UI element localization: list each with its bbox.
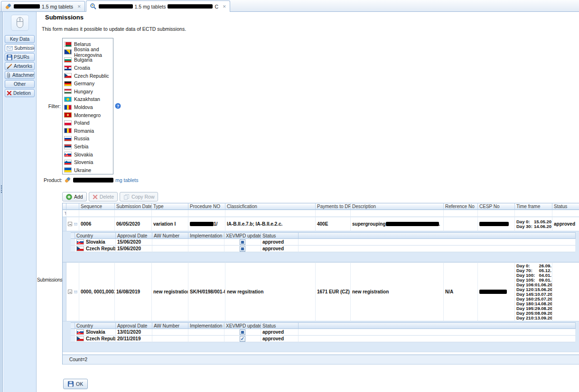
cell-implementation-date[interactable] [188, 336, 224, 342]
xevmpd-checkbox[interactable] [240, 329, 245, 335]
country-filter-listbox[interactable]: Belarus Bosnia and Hercegovina Bulgaria … [62, 38, 113, 174]
sub-column-implementation-date[interactable]: Implementation Dat [188, 322, 224, 329]
sidebar-item-attachments[interactable]: Attachments [5, 71, 35, 79]
column-header-time-frame[interactable]: Time frame [515, 203, 552, 210]
panel-splitter[interactable] [0, 12, 3, 392]
cell-xevmpd[interactable] [224, 329, 261, 336]
filter-cell[interactable] [79, 210, 115, 217]
xevmpd-checkbox[interactable] [240, 239, 245, 245]
sub-column-country[interactable]: Country [75, 232, 116, 239]
cell-xevmpd[interactable] [224, 239, 261, 246]
cell-sequence[interactable]: 0000, 0001,0002, [79, 262, 115, 321]
sidebar-item-submissions[interactable]: Submissions [5, 44, 35, 52]
cell-status[interactable]: approved [552, 217, 579, 231]
help-button[interactable]: ? [115, 103, 121, 109]
filter-cell[interactable] [552, 210, 579, 217]
copy-row-button[interactable]: Copy Row [120, 192, 158, 201]
filter-cell[interactable] [478, 210, 515, 217]
column-header-classification[interactable]: Classicfication [225, 203, 316, 210]
country-item-slovenia[interactable]: Slovenia [64, 158, 112, 166]
sidebar-item-deletion[interactable]: Deletion [5, 89, 35, 97]
cell-status[interactable]: approved [261, 336, 299, 342]
cell-xevmpd[interactable] [224, 246, 261, 252]
filter-cell[interactable] [152, 210, 188, 217]
delete-button[interactable]: Delete [89, 192, 118, 201]
cell-payments[interactable]: 400E [316, 217, 351, 231]
cell-implementation-date[interactable] [188, 329, 224, 336]
cell-country[interactable]: Czech Republic [75, 246, 116, 252]
column-header-description[interactable]: Description [351, 203, 444, 210]
cell-classification[interactable]: IA-B.II.e.7.b; IA-B.II.e.2.c. [225, 217, 316, 231]
close-icon[interactable] [223, 4, 226, 9]
cell-status[interactable]: approved [261, 239, 299, 246]
cell-country[interactable]: Slovakia [75, 329, 116, 336]
collapse-button[interactable] [68, 222, 72, 226]
country-item-russia[interactable]: Russia [64, 135, 112, 143]
column-header-sequence[interactable]: Sequence [79, 203, 115, 210]
column-header-type[interactable]: Type [152, 203, 188, 210]
cell-classification[interactable]: new regsitration [225, 262, 316, 321]
sub-column-implementation-date[interactable]: Implementation Dat [188, 232, 224, 239]
column-header-status[interactable]: Status [552, 203, 579, 210]
sub-column-status[interactable]: Status [261, 232, 299, 239]
country-item-czech-republic[interactable]: Czech Republic [64, 72, 112, 80]
filter-cell[interactable] [444, 210, 478, 217]
sidebar-item-artworks[interactable]: Artworks [5, 62, 35, 70]
cell-status[interactable]: approved [261, 329, 299, 336]
column-header-payments[interactable]: Payments to DRA [€ [316, 203, 351, 210]
column-header-cesp-no[interactable]: CESP No [478, 203, 515, 210]
country-item-kazakhstan[interactable]: Kazakhstan [64, 95, 112, 103]
cell-procedure-no[interactable]: 1/ [188, 217, 225, 231]
country-item-serbia[interactable]: Serbia [64, 143, 112, 151]
mouse-icon-button[interactable] [11, 15, 29, 31]
column-header-submission-date[interactable]: Submission Date [115, 203, 152, 210]
country-item-romania[interactable]: Romania [64, 127, 112, 135]
cell-country[interactable]: Slovakia [75, 239, 116, 246]
tab-product-2[interactable]: 1.5 mg tablets C [86, 0, 230, 12]
sidebar-item-key-data[interactable]: Key Data [5, 35, 35, 43]
country-item-bosnia[interactable]: Bosnia and Hercegovina [64, 48, 112, 56]
sub-column-approval-date[interactable]: Approval Date [116, 232, 152, 239]
sub-column-xevmpd[interactable]: XEVMPD updated? [224, 322, 261, 329]
xevmpd-checkbox[interactable] [240, 246, 245, 252]
sub-column-aw-number[interactable]: AW Number [152, 322, 188, 329]
country-item-montenegro[interactable]: Montenegro [64, 111, 112, 119]
cell-time-frame[interactable]: Day 0:15.05.20 Day 30:14.06.20 [515, 217, 552, 231]
collapse-button[interactable] [68, 290, 72, 294]
filter-cell[interactable] [351, 210, 444, 217]
add-button[interactable]: Add [62, 192, 87, 201]
cell-aw-number[interactable] [152, 246, 188, 252]
cell-approval-date[interactable]: 15/06/2020 [116, 246, 152, 252]
cell-country[interactable]: Czech Republic [75, 336, 116, 342]
cell-description[interactable]: supergrouping . [351, 217, 444, 231]
cell-type[interactable]: new registration [152, 262, 188, 321]
ok-button[interactable]: OK [63, 379, 88, 389]
cell-status[interactable] [552, 262, 579, 321]
cell-status[interactable]: approved [261, 246, 299, 252]
cell-payments[interactable]: 1671 EUR (CZ) + : [316, 262, 351, 321]
cell-aw-number[interactable] [152, 336, 188, 342]
country-item-croatia[interactable]: Croatia [64, 64, 112, 72]
cell-implementation-date[interactable] [188, 239, 224, 246]
cell-cesp-no[interactable] [478, 217, 515, 231]
filter-cell[interactable] [316, 210, 351, 217]
cell-time-frame[interactable]: Day 0:26.09. Day 70:05.12. Day 100:04.01… [515, 262, 552, 321]
country-item-germany[interactable]: Germany [64, 80, 112, 88]
cell-sequence[interactable]: 0006 [79, 217, 115, 231]
cell-reference-no[interactable] [444, 217, 478, 231]
cell-submission-date[interactable]: 16/08/2019 [115, 262, 152, 321]
cell-reference-no[interactable]: N/A [444, 262, 478, 321]
filter-cell[interactable] [188, 210, 225, 217]
sub-column-country[interactable]: Country [75, 322, 116, 329]
sidebar-item-psurs[interactable]: PSURs [5, 53, 35, 61]
close-icon[interactable] [77, 4, 81, 9]
filter-cell[interactable] [115, 210, 152, 217]
cell-approval-date[interactable]: 15/06/2020 [116, 239, 152, 246]
cell-cesp-no[interactable] [478, 262, 515, 321]
filter-cell[interactable] [66, 210, 79, 217]
sub-column-xevmpd[interactable]: XEVMPD updated? [224, 232, 261, 239]
cell-type[interactable]: variation I [152, 217, 188, 231]
cell-approval-date[interactable]: 13/01/2020 [116, 329, 152, 336]
sidebar-item-other[interactable]: Other [5, 80, 35, 88]
product-link[interactable]: mg tablets [115, 177, 138, 183]
